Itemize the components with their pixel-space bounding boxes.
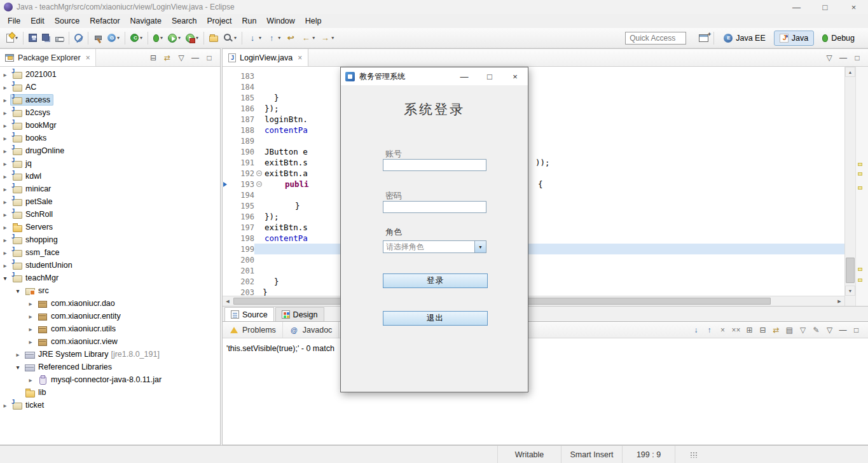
tree-item-access[interactable]: ▸access (0, 93, 220, 106)
up-arrow-icon[interactable]: ↑ (703, 326, 716, 335)
tree-item-drugonline[interactable]: ▸drugOnline (0, 144, 220, 157)
tree-item-com-xiaoniucr-entity[interactable]: ▸com.xiaoniucr.entity (0, 310, 220, 322)
overview-ruler[interactable] (855, 67, 868, 306)
menu-refactor[interactable]: Refactor (85, 15, 125, 27)
chevron-right-icon[interactable]: ▸ (0, 186, 10, 193)
filter-icon[interactable]: ▽ (796, 326, 809, 335)
run-button[interactable]: ▾ (166, 31, 183, 46)
menu-project[interactable]: Project (202, 15, 237, 27)
tree-item-minicar[interactable]: ▸minicar (0, 183, 220, 195)
chevron-right-icon[interactable]: ▸ (13, 351, 23, 358)
tree-item-shopping[interactable]: ▸shopping (0, 233, 220, 246)
menu-edit[interactable]: Edit (25, 15, 50, 27)
down-arrow-icon[interactable]: ↓ (689, 326, 703, 335)
tree-item-lib[interactable]: lib (0, 386, 220, 399)
code-line-187[interactable]: 187loginBtn. (223, 114, 844, 125)
occurrence-marker[interactable] (858, 186, 862, 190)
chevron-right-icon[interactable]: ▸ (0, 135, 10, 142)
save-button[interactable] (27, 31, 39, 46)
chevron-right-icon[interactable]: ▸ (0, 224, 10, 231)
open-perspective-button[interactable] (697, 31, 710, 46)
menu-file[interactable]: File (3, 15, 25, 27)
code-line-192[interactable]: 192−exitBtn.a (223, 168, 844, 179)
code-line-198[interactable]: 198contentPa (223, 233, 844, 244)
login-button[interactable]: 登录 (383, 273, 488, 288)
menu-search[interactable]: Search (167, 15, 202, 27)
chevron-right-icon[interactable]: ▸ (0, 84, 10, 91)
editor-vertical-scrollbar[interactable]: ▲ ▼ (844, 67, 855, 306)
tree-item-bookmgr[interactable]: ▸bookMgr (0, 119, 220, 132)
code-line-194[interactable]: 194 (223, 190, 844, 200)
code-line-199[interactable]: 199 (223, 244, 844, 254)
tree-item-jre-system-library[interactable]: ▸JRE System Library[jre1.8.0_191] (0, 348, 220, 361)
open-browser-button[interactable]: ▾ (106, 31, 121, 46)
code-line-184[interactable]: 184 (223, 81, 844, 92)
code-line-201[interactable]: 201 (223, 265, 844, 276)
code-line-197[interactable]: 197exitBtn.s (223, 222, 844, 233)
collapse-all-icon[interactable]: ⊟ (756, 326, 769, 335)
dialog-close-button[interactable]: × (502, 67, 528, 85)
link-icon[interactable]: ⇄ (769, 326, 783, 335)
code-line-196[interactable]: 196}); (223, 211, 844, 222)
code-line-189[interactable]: 189 (223, 135, 844, 146)
code-line-193[interactable]: 193−publi{ (223, 179, 844, 190)
code-line-203[interactable]: 203} (223, 287, 844, 296)
tree-item-ssm-face[interactable]: ▸ssm_face (0, 246, 220, 259)
tree-item-b2csys[interactable]: ▸b2csys (0, 106, 220, 119)
dialog-minimize-button[interactable]: — (451, 67, 477, 85)
password-field[interactable] (383, 201, 486, 213)
tab-javadoc[interactable]: @Javadoc (283, 322, 340, 338)
chevron-down-icon[interactable]: ▾ (13, 287, 23, 294)
debug-button[interactable]: ▾ (151, 31, 165, 46)
minimize-icon[interactable]: — (188, 53, 202, 62)
chevron-right-icon[interactable]: ▸ (0, 402, 10, 409)
code-line-188[interactable]: 188contentPa (223, 125, 844, 135)
collapse-all-icon[interactable]: ⊟ (146, 53, 160, 62)
view-menu-icon[interactable]: ▽ (174, 53, 188, 62)
chevron-right-icon[interactable]: ▸ (0, 109, 10, 116)
build-button[interactable] (92, 31, 104, 46)
open-type-button[interactable] (207, 31, 220, 46)
tab-problems[interactable]: Problems (223, 322, 283, 338)
expand-all-icon[interactable]: ⊞ (743, 326, 756, 335)
chevron-right-icon[interactable]: ▸ (25, 338, 36, 345)
tab-source[interactable]: Source (224, 307, 274, 321)
code-line-185[interactable]: 185} (223, 92, 844, 103)
back-button[interactable]: ←▾ (299, 31, 317, 46)
minimize-icon[interactable]: — (836, 53, 850, 62)
link-with-editor-icon[interactable]: ⇄ (160, 53, 174, 62)
tab-package-explorer[interactable]: Package Explorer × (0, 49, 96, 66)
prev-annotation-button[interactable]: ↑▾ (265, 31, 282, 46)
tree-item-teachmgr[interactable]: ▾teachMgr (0, 272, 220, 284)
code-line-191[interactable]: 191exitBtn.s)); (223, 157, 844, 168)
editor-horizontal-scrollbar[interactable]: ◀ ▶ (223, 296, 844, 306)
tree-item-com-xiaoniucr-dao[interactable]: ▸com.xiaoniucr.dao (0, 297, 220, 310)
tree-item-books[interactable]: ▸books (0, 132, 220, 144)
tree-item-mysql-connector-java-8-0-11-jar[interactable]: ▸mysql-connector-java-8.0.11.jar (0, 373, 220, 386)
code-editor[interactable]: 183184185}186});187loginBtn.188contentPa… (223, 67, 844, 296)
tree-item-schroll[interactable]: ▸SchRoll (0, 208, 220, 221)
maximize-button[interactable]: □ (811, 0, 839, 14)
perspective-java[interactable]: Java (774, 31, 814, 46)
tree-item-jq[interactable]: ▸jq (0, 157, 220, 170)
account-field[interactable] (383, 159, 486, 171)
remove-icon[interactable]: × (716, 326, 729, 335)
next-annotation-button[interactable]: ↓▾ (245, 31, 263, 46)
remove-all-icon[interactable]: ×× (729, 326, 743, 335)
code-line-183[interactable]: 183 (223, 71, 844, 81)
chevron-right-icon[interactable]: ▸ (25, 377, 36, 384)
chevron-right-icon[interactable]: ▸ (0, 160, 10, 167)
chevron-down-icon[interactable]: ▾ (13, 364, 23, 371)
menu-help[interactable]: Help (300, 15, 327, 27)
chevron-right-icon[interactable]: ▸ (0, 148, 10, 155)
combo-dropdown-button[interactable]: ▼ (474, 241, 486, 252)
menu-window[interactable]: Window (261, 15, 300, 27)
code-line-200[interactable]: 200 (223, 254, 844, 265)
minimize-button[interactable]: — (782, 0, 811, 14)
chevron-right-icon[interactable]: ▸ (0, 122, 10, 129)
chevron-right-icon[interactable]: ▸ (25, 326, 36, 333)
code-line-195[interactable]: 195} (223, 200, 844, 211)
code-line-186[interactable]: 186}); (223, 103, 844, 114)
print-button[interactable] (53, 31, 65, 46)
chevron-right-icon[interactable]: ▸ (0, 71, 10, 78)
